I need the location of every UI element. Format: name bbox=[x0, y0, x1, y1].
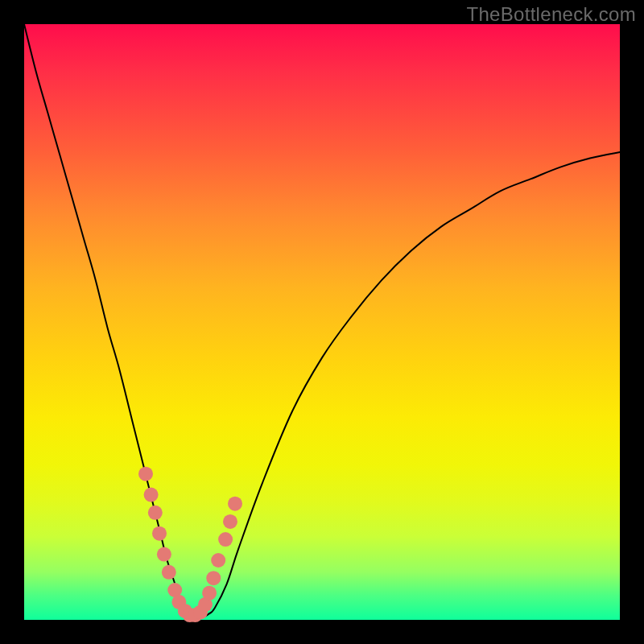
highlight-point bbox=[144, 488, 159, 502]
chart-svg bbox=[24, 24, 620, 620]
highlight-point bbox=[148, 506, 163, 520]
highlight-point bbox=[206, 571, 221, 585]
plot-area bbox=[24, 24, 620, 620]
chart-frame: TheBottleneck.com bbox=[0, 0, 644, 644]
highlight-point bbox=[202, 586, 217, 601]
bottleneck-curve-line bbox=[24, 24, 620, 617]
highlight-point bbox=[218, 532, 233, 547]
attribution-text: TheBottleneck.com bbox=[466, 3, 636, 26]
highlight-point bbox=[162, 565, 176, 580]
highlight-point bbox=[157, 547, 171, 562]
highlighted-points-group bbox=[138, 467, 242, 622]
highlight-point bbox=[228, 497, 242, 511]
highlight-point bbox=[138, 467, 153, 481]
highlight-point bbox=[211, 553, 225, 568]
highlight-point bbox=[223, 514, 237, 529]
highlight-point bbox=[152, 526, 167, 541]
